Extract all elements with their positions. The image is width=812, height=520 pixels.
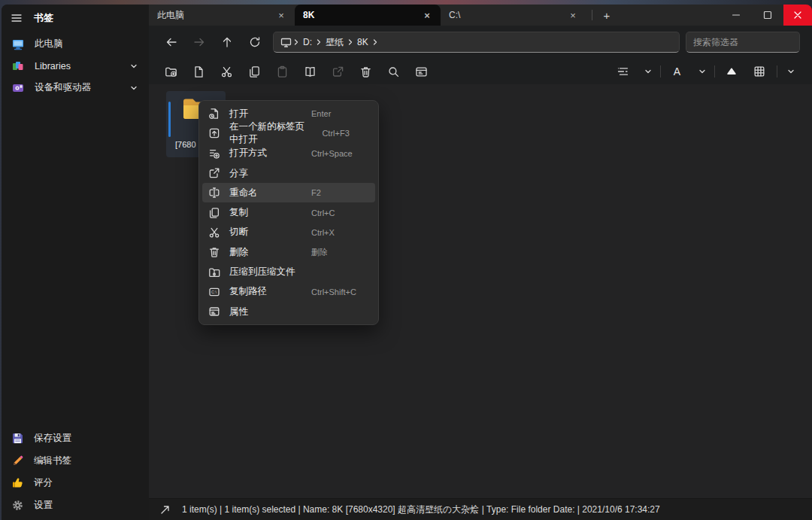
menu-item-copy[interactable]: 复制 Ctrl+C	[202, 202, 375, 222]
new-folder-button[interactable]	[159, 61, 183, 82]
status-bar: 1 item(s) | 1 item(s) selected | Name: 8…	[149, 498, 812, 520]
share-button[interactable]	[326, 61, 350, 82]
compress-icon	[208, 266, 220, 278]
details-button[interactable]	[410, 61, 433, 82]
menu-item-compress[interactable]: 压缩到压缩文件	[202, 262, 375, 281]
libraries-icon	[11, 59, 25, 73]
forward-button[interactable]	[187, 31, 211, 53]
open-icon	[208, 108, 220, 120]
tab-this-pc[interactable]: 此电脑 ×	[149, 5, 295, 26]
sidebar-item-settings[interactable]: 设置	[2, 494, 149, 517]
menu-item-open-new-tab[interactable]: 在一个新的标签页中打开 Ctrl+F3	[202, 123, 375, 143]
search-box	[686, 32, 800, 53]
menu-item-label: 重命名	[229, 187, 258, 199]
menu-item-copy-path[interactable]: C:\ 复制路径 Ctrl+Shift+C	[202, 282, 375, 302]
new-tab-button[interactable]: +	[598, 7, 616, 23]
back-button[interactable]	[159, 31, 183, 53]
menu-item-label: 删除	[229, 246, 248, 259]
sort-options-dropdown[interactable]	[639, 61, 657, 82]
sidebar-item-devices-drives[interactable]: 设备和驱动器	[2, 77, 149, 99]
group-by-dropdown[interactable]	[693, 61, 711, 82]
tab-close-icon[interactable]: ×	[420, 8, 435, 22]
menu-item-open-with[interactable]: 打开方式 Ctrl+Space	[202, 144, 375, 163]
paste-button[interactable]	[271, 61, 294, 82]
folder-tile-label: [7680	[175, 140, 196, 149]
main-pane: 此电脑 × 8K × C:\ × +	[149, 5, 812, 520]
chevron-right-icon	[371, 38, 379, 46]
copy-path-icon: C:\	[208, 286, 220, 298]
menu-item-label: 复制	[229, 206, 248, 219]
navigation-toolbar: D: 壁纸 8K	[149, 26, 812, 59]
menu-item-shortcut: Ctrl+X	[311, 228, 368, 237]
trend-arrow-icon[interactable]	[159, 504, 171, 515]
sidebar-item-edit-bookmarks[interactable]: 编辑书签	[2, 450, 149, 473]
status-text: 1 item(s) | 1 item(s) selected | Name: 8…	[182, 503, 660, 516]
menu-item-shortcut: 删除	[311, 247, 368, 258]
menu-item-shortcut: Enter	[311, 109, 368, 118]
toolbar-divider	[660, 65, 661, 78]
maximize-button[interactable]	[752, 5, 783, 26]
menu-item-delete[interactable]: 删除 删除	[202, 242, 375, 262]
file-grid-area[interactable]: [7680 打开 Enter 在一个新的标签页中打开 Ctrl+F3	[149, 84, 812, 498]
search-button[interactable]	[382, 61, 405, 82]
menu-item-rename[interactable]: 重命名 F2	[202, 183, 375, 202]
delete-button[interactable]	[354, 61, 377, 82]
rename-button[interactable]	[298, 61, 322, 82]
layout-grid-button[interactable]	[747, 61, 771, 82]
file-actions-toolbar: A	[149, 59, 812, 84]
tab-label: 此电脑	[157, 9, 274, 22]
menu-item-label: 打开	[229, 108, 248, 120]
sidebar-item-label: 此电脑	[35, 38, 63, 50]
menu-item-label: 分享	[229, 167, 248, 180]
sidebar-title: 书签	[34, 11, 53, 25]
search-input[interactable]	[693, 37, 792, 47]
breadcrumb-drive[interactable]: D:	[301, 37, 314, 47]
sidebar-item-this-pc[interactable]: 此电脑	[2, 33, 149, 55]
tab-label: C:\	[449, 10, 565, 20]
menu-item-share[interactable]: 分享	[202, 163, 375, 183]
tab-label: 8K	[303, 10, 420, 20]
copy-button[interactable]	[243, 61, 266, 82]
tab-close-icon[interactable]: ×	[565, 8, 580, 22]
breadcrumb-8k[interactable]: 8K	[355, 37, 371, 47]
sidebar-header: 书签	[2, 7, 149, 29]
rename-icon	[208, 187, 220, 199]
tab-c-drive[interactable]: C:\ ×	[441, 5, 586, 26]
this-pc-icon	[11, 38, 25, 51]
open-new-tab-icon	[208, 127, 220, 139]
cut-button[interactable]	[215, 61, 238, 82]
chevron-down-icon[interactable]	[129, 62, 138, 71]
menu-item-label: 在一个新的标签页中打开	[229, 120, 313, 146]
menu-item-shortcut: Ctrl+F3	[322, 129, 368, 138]
tab-8k-active[interactable]: 8K ×	[295, 5, 441, 26]
group-by-name-button[interactable]: A	[665, 61, 689, 82]
rate-thumbs-up-icon	[11, 476, 24, 489]
address-bar[interactable]: D: 壁纸 8K	[273, 32, 680, 53]
minimize-button[interactable]	[720, 5, 752, 26]
drives-icon	[11, 81, 25, 95]
sort-options-button[interactable]	[611, 61, 635, 82]
close-button[interactable]	[783, 5, 812, 26]
save-settings-icon	[11, 432, 24, 445]
letter-a-icon: A	[674, 65, 680, 78]
layout-dropdown[interactable]	[782, 61, 800, 82]
tab-bar: 此电脑 × 8K × C:\ × +	[149, 5, 812, 26]
chevron-down-icon[interactable]	[129, 84, 138, 93]
menu-item-label: 切断	[229, 226, 248, 239]
menu-item-properties[interactable]: 属性	[202, 302, 375, 321]
delete-icon	[208, 246, 220, 258]
breadcrumb-wallpaper[interactable]: 壁纸	[323, 36, 346, 49]
sidebar-item-libraries[interactable]: Libraries	[2, 55, 149, 77]
new-file-button[interactable]	[187, 61, 211, 82]
menu-item-label: 打开方式	[229, 147, 267, 160]
tab-close-icon[interactable]: ×	[274, 8, 289, 22]
hamburger-menu-icon[interactable]	[11, 12, 23, 24]
refresh-button[interactable]	[243, 31, 266, 53]
sidebar-item-save-settings[interactable]: 保存设置	[2, 427, 149, 450]
menu-item-label: 复制路径	[229, 285, 267, 298]
sidebar-item-label: 评分	[34, 476, 53, 489]
sort-ascending-button[interactable]	[720, 61, 743, 82]
up-button[interactable]	[215, 31, 238, 53]
menu-item-cut[interactable]: 切断 Ctrl+X	[202, 223, 375, 242]
sidebar-item-rate[interactable]: 评分	[2, 472, 149, 494]
